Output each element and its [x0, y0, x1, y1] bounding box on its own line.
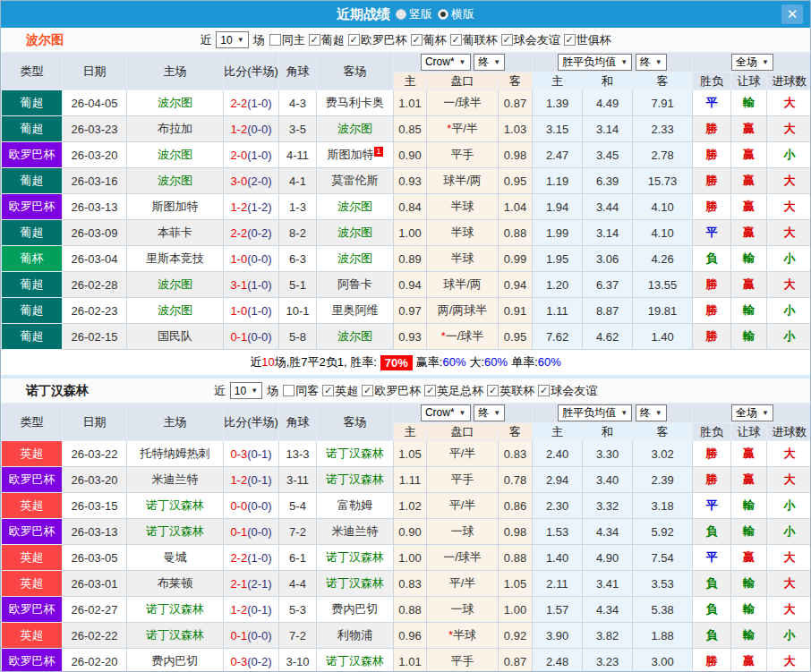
radio-icon[interactable] — [396, 9, 406, 20]
radio-selected-icon[interactable] — [438, 9, 448, 20]
away-team-link[interactable]: 富勒姆 — [337, 498, 372, 512]
home-team-link[interactable]: 托特纳姆热刺 — [141, 447, 210, 460]
home-team-link[interactable]: 国民队 — [158, 329, 192, 343]
away-team-link[interactable]: 里奥阿维 — [332, 303, 379, 317]
league-filter-checkbox[interactable]: ✓欧罗巴杯 — [348, 32, 407, 48]
away-team-link[interactable]: 诺丁汉森林 — [326, 576, 384, 590]
handicap-home-odds: 1.01 — [394, 90, 427, 116]
odds-time-select[interactable]: 终▼ — [636, 54, 667, 71]
away-team-link[interactable]: 诺丁汉森林 — [326, 472, 384, 486]
home-team-link[interactable]: 波尔图 — [158, 96, 192, 109]
away-team-link[interactable]: 波尔图 — [337, 329, 372, 343]
away-team-link[interactable]: 诺丁汉森林 — [326, 654, 384, 668]
results-table: 类型 日期 主场 比分(半场) 角球 客场 Crow*▼ 终▼ 胜平负均值▼ 终… — [1, 403, 811, 672]
league-filter-checkbox[interactable]: ✓英足总杯 — [424, 383, 483, 399]
league-badge: 英超 — [2, 545, 62, 570]
checkbox-checked-icon[interactable]: ✓ — [501, 34, 513, 46]
match-row: 葡超 26-02-28 波尔图 3-1(1-0) 5-1 阿鲁卡 0.94 球半… — [2, 272, 811, 298]
league-badge: 欧罗巴杯 — [2, 597, 62, 622]
home-team-link[interactable]: 诺丁汉森林 — [146, 524, 204, 538]
away-team-link[interactable]: 莫雷伦斯 — [332, 174, 379, 187]
away-team-link[interactable]: 波尔图 — [337, 251, 372, 265]
checkbox-checked-icon[interactable]: ✓ — [538, 385, 550, 396]
checkbox-label: 葡联杯 — [463, 32, 498, 48]
checkbox-checked-icon[interactable]: ✓ — [309, 34, 320, 46]
league-filter-checkbox[interactable]: 同客 — [283, 383, 319, 399]
close-icon[interactable]: ✕ — [781, 4, 803, 24]
handicap-home-odds: 0.90 — [394, 142, 427, 168]
checkbox-checked-icon[interactable]: ✓ — [450, 34, 462, 46]
league-filter-checkbox[interactable]: ✓球会友谊 — [501, 32, 560, 48]
average-odds-select[interactable]: 胜平负均值▼ — [558, 54, 632, 71]
home-team-link[interactable]: 布拉加 — [158, 122, 192, 135]
odds-time-select[interactable]: 终▼ — [636, 404, 667, 421]
home-team-link[interactable]: 诺丁汉森林 — [146, 628, 204, 642]
odds-time-select[interactable]: 终▼ — [474, 404, 505, 421]
home-team-link[interactable]: 波尔图 — [158, 174, 192, 187]
checkbox-checked-icon[interactable]: ✓ — [424, 385, 436, 396]
away-team-link[interactable]: 阿鲁卡 — [337, 277, 372, 291]
result-handicap: 輸 — [731, 298, 767, 324]
match-date: 26-02-15 — [63, 324, 127, 350]
league-filter-checkbox[interactable]: 同主 — [269, 32, 305, 48]
bookmaker-select[interactable]: Crow*▼ — [421, 404, 471, 421]
match-row: 葡超 26-04-05 波尔图 2-2(1-0) 4-3 费马利卡奥 1.01 … — [2, 90, 811, 116]
corner-count: 1-3 — [279, 194, 317, 220]
home-team-link[interactable]: 波尔图 — [158, 277, 192, 291]
handicap-away-odds: 0.98 — [499, 519, 533, 545]
handicap-line: 平手 — [451, 654, 474, 668]
bookmaker-select[interactable]: Crow*▼ — [421, 54, 471, 71]
league-filter-checkbox[interactable]: ✓英超 — [322, 383, 358, 399]
away-team-link[interactable]: 米迪兰特 — [332, 524, 379, 538]
home-team-link[interactable]: 布莱顿 — [158, 576, 192, 590]
away-team-link[interactable]: 波尔图 — [337, 200, 372, 213]
match-date: 26-03-09 — [63, 220, 127, 246]
away-team-link[interactable]: 波尔图 — [337, 225, 372, 239]
match-count-select[interactable]: 10▼ — [230, 382, 262, 399]
scope-select[interactable]: 全场▼ — [731, 54, 773, 71]
checkbox-checked-icon[interactable]: ✓ — [322, 385, 334, 396]
league-filter-checkbox[interactable]: ✓世俱杯 — [564, 32, 611, 48]
odds-time-select[interactable]: 终▼ — [474, 54, 505, 71]
home-team-link[interactable]: 本菲卡 — [158, 225, 192, 239]
away-team-link[interactable]: 斯图加特 — [327, 148, 373, 161]
layout-radio-horizontal[interactable]: 横版 — [438, 6, 474, 22]
checkbox-checked-icon[interactable]: ✓ — [362, 385, 373, 396]
league-filter-checkbox[interactable]: ✓葡超 — [309, 32, 345, 48]
home-team-link[interactable]: 波尔图 — [158, 148, 192, 161]
away-team-link[interactable]: 费内巴切 — [332, 602, 379, 616]
home-team-link[interactable]: 波尔图 — [158, 303, 192, 317]
average-odds-select[interactable]: 胜平负均值▼ — [558, 404, 632, 421]
home-team-link[interactable]: 斯图加特 — [152, 200, 199, 213]
checkbox-checked-icon[interactable]: ✓ — [487, 385, 499, 396]
home-team-link[interactable]: 米迪兰特 — [152, 472, 199, 486]
layout-radio-vertical[interactable]: 竖版 — [396, 6, 432, 22]
fulltime-score: 1-2 — [230, 603, 247, 617]
checkbox-checked-icon[interactable]: ✓ — [564, 34, 576, 46]
home-team-link[interactable]: 诺丁汉森林 — [146, 602, 204, 616]
checkbox-checked-icon[interactable]: ✓ — [348, 34, 360, 46]
home-team-link[interactable]: 里斯本竞技 — [146, 251, 204, 265]
checkbox-label: 英足总杯 — [437, 383, 483, 399]
league-filter-checkbox[interactable]: ✓葡联杯 — [450, 32, 498, 48]
away-team-link[interactable]: 诺丁汉森林 — [326, 447, 384, 460]
checkbox-unchecked-icon[interactable] — [269, 34, 281, 46]
home-team-link[interactable]: 诺丁汉森林 — [146, 498, 204, 512]
home-team-link[interactable]: 费内巴切 — [152, 654, 199, 668]
league-filter-checkbox[interactable]: ✓球会友谊 — [538, 383, 597, 399]
home-team-link[interactable]: 曼城 — [164, 550, 187, 564]
league-filter-checkbox[interactable]: ✓英联杯 — [487, 383, 534, 399]
league-filter-checkbox[interactable]: ✓葡杯 — [411, 32, 447, 48]
scope-select[interactable]: 全场▼ — [731, 404, 773, 421]
away-team-link[interactable]: 波尔图 — [337, 122, 372, 135]
away-team-link[interactable]: 利物浦 — [337, 628, 372, 642]
league-filter-checkbox[interactable]: ✓欧罗巴杯 — [362, 383, 421, 399]
checkbox-label: 同主 — [282, 32, 305, 48]
handicap-away-odds: 0.78 — [499, 467, 533, 493]
checkbox-checked-icon[interactable]: ✓ — [411, 34, 423, 46]
away-team-link[interactable]: 费马利卡奥 — [326, 96, 384, 109]
match-count-select[interactable]: 10▼ — [216, 31, 248, 48]
away-team-link[interactable]: 诺丁汉森林 — [326, 550, 384, 564]
filter-row: 波尔图 近 10▼ 场 同主✓葡超✓欧罗巴杯✓葡杯✓葡联杯✓球会友谊✓世俱杯 — [1, 28, 810, 52]
checkbox-unchecked-icon[interactable] — [283, 385, 295, 396]
